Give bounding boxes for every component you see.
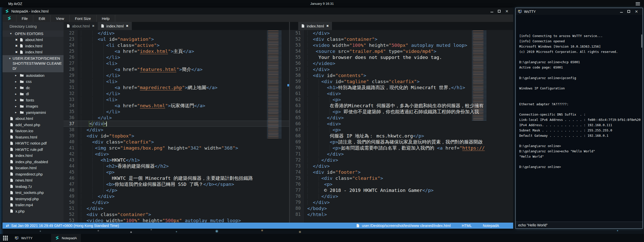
code-line[interactable]: 80</body> [290,205,513,211]
close-icon[interactable]: ✖ [126,24,128,28]
code-line[interactable]: 27 <li> [64,60,289,66]
code-line[interactable]: 40 <div class="clearfix"> [64,139,289,145]
close-icon[interactable]: ✖ [15,50,18,54]
taskbar-item-wstty[interactable]: WsTTY [11,234,37,242]
sidebar-file-HKWTC rule.pdf[interactable]: HKWTC rule.pdf [3,146,64,153]
notepada-titlebar[interactable]: NotepadA - index.html ✕ [3,8,513,15]
close-icon[interactable]: ✕ [505,10,509,13]
code-line[interactable]: 30 <li> [64,78,289,84]
sidebar-file-about.html[interactable]: about.html [3,116,64,122]
sidebar-file-location.html[interactable]: location.html [3,165,64,171]
code-line[interactable]: 41 <img src="images/box.png" height="342… [64,145,289,151]
code-line[interactable]: 50 </div> [64,199,289,205]
taskbar-item-notepada[interactable]: NotepadA [51,234,81,242]
minimize-icon[interactable] [620,10,623,13]
code-line[interactable]: 81</html> [290,211,513,217]
code-line[interactable]: 51 </div> [64,205,289,211]
sidebar-root-folder[interactable]: ▾ USER:/DESKTOP/SCREENSHOT/TEST/WWW CLEA… [3,55,64,72]
system-menu-label[interactable]: My ArOZ [0,2,22,6]
sidebar-file-favicon.ico[interactable]: favicon.ico [3,128,64,134]
menu-view[interactable]: View [51,15,69,22]
open-editor-item[interactable]: ✖index.html [3,49,64,55]
code-line[interactable]: 25 <a href="index.html">主頁</a> [64,48,289,54]
close-icon[interactable]: ✖ [92,24,95,28]
code-line[interactable]: 68 伺服器 IP 地址為： mcs.hkwtc.org</p> [290,133,513,139]
sidebar-folder-fonts[interactable]: ▸fonts [3,97,64,103]
code-line[interactable]: 48 </p> [64,187,289,193]
wstty-titlebar[interactable]: WsTTY ✕ [516,8,642,15]
start-menu-icon[interactable] [3,235,8,241]
code-line[interactable]: 67 <p> [290,127,513,133]
code-line[interactable]: 75 <div class="clearfix"> [290,175,513,181]
hamburger-menu-icon[interactable] [636,2,640,5]
status-language-mode[interactable]: HTML [462,224,472,228]
close-icon[interactable]: ✖ [326,24,329,28]
menu-file[interactable]: File [16,15,33,22]
code-line[interactable]: 44 <h2>香港的建築伺服器</h2> [64,163,289,169]
sidebar-file-HKWTC notice.pdf[interactable]: HKWTC notice.pdf [3,140,64,147]
close-icon[interactable]: ✕ [635,10,638,13]
terminal-output[interactable]: [info] Conencting to arozos WsTTY servic… [516,15,642,222]
code-editor-left[interactable]: 22 </div>23 <ul id="navigation">24 <li c… [64,30,289,223]
open-editor-item[interactable]: ✖index.html [3,43,64,49]
sidebar-folder-dc[interactable]: ▸dc [3,85,64,91]
open-editor-item[interactable]: ✖about.html [3,37,64,43]
code-line[interactable]: 34 <a href="news.html">玩家傳送門</a> [64,102,289,109]
code-line[interactable]: 73 </div> [290,163,513,169]
menu-help[interactable]: Help [97,15,115,22]
code-line[interactable]: 32 </li> [64,90,289,96]
sidebar-file-test_sockets.php[interactable]: test_sockets.php [3,190,64,196]
code-line[interactable]: 47 <b>你知道我們全線伺服器已轉用 SSD 了嗎？</b></span> [64,181,289,187]
code-line[interactable]: 33 <li> [64,96,289,102]
terminal-input[interactable] [516,223,642,227]
close-icon[interactable]: ✖ [15,38,18,42]
sidebar-file-features.html[interactable]: features.html [3,134,64,140]
code-line[interactable]: 72 </div> [290,157,513,163]
sidebar-folder-css[interactable]: ▸css [3,79,64,85]
sidebar-file-add_vhost.php[interactable]: add_vhost.php [3,122,64,128]
code-line[interactable]: 39 <div id="topbox"> [64,133,289,139]
code-line[interactable]: 53 <video width="100%" height="500px" au… [64,217,289,223]
sidebar-file-index.html[interactable]: index.html [3,153,64,159]
code-line[interactable]: 70 <p>如有問題或需要申請白名單，歡迎加入我們的 <a href="http… [290,145,513,151]
code-line[interactable]: 37 </div> [64,121,289,127]
code-line[interactable]: 78 </div> [290,193,513,199]
code-line[interactable]: 28 <a href="features.html">簡介</a> [64,66,289,72]
code-line[interactable]: 24 <li class="active"> [64,42,289,48]
code-line[interactable]: 74 <div id="footer"> [290,169,513,175]
code-line[interactable]: 23 <ul id="navigation"> [64,36,289,42]
editor-tab-index.html[interactable]: index.html✖ [98,22,132,30]
code-line[interactable]: 77 © 2018 - 2019 HKWTC Animation Gamer</… [290,187,513,193]
sidebar-folder-yamiyamimi[interactable]: ▸yamiyamimi [3,109,64,116]
sidebar-folder-autostation[interactable]: ▸autostation [3,72,64,79]
menu-font-size[interactable]: Font Size [70,15,96,22]
sidebar-file-mapredirect.php[interactable]: mapredirect.php [3,171,64,177]
close-icon[interactable]: ✖ [15,44,18,48]
maximize-icon[interactable] [627,10,630,13]
code-line[interactable]: 26 </li> [64,54,289,60]
code-line[interactable]: 36 </ul> [64,115,289,121]
maximize-icon[interactable] [498,10,501,13]
editor-tab-index.html[interactable]: index.html✖ [298,22,332,30]
sidebar-folder-dl[interactable]: ▸dl [3,91,64,97]
sidebar-file-trailer.mp4[interactable]: trailer.mp4 [3,202,64,208]
code-line[interactable]: 31 <a href="mapredirect.php">網上地圖</a> [64,84,289,90]
code-line[interactable]: 52 <div class="container"> [64,211,289,217]
code-line[interactable]: 69 <p>請注意，我們的伺服器為確保玩家及遊玩時的質素，我們對的服器開啟 [290,139,513,145]
code-line[interactable]: 29 </li> [64,72,289,78]
code-line[interactable]: 76 <p> [290,181,513,187]
sidebar-file-index.php_disabled[interactable]: index.php_disabled [3,159,64,165]
menu-edit[interactable]: Edit [33,15,50,22]
terminal-scrollbar[interactable] [641,34,642,48]
code-line[interactable]: 66 <div> [290,121,513,127]
sidebar-file-testmysql.php[interactable]: testmysql.php [3,196,64,202]
sidebar-file-news.html[interactable]: news.html [3,177,64,184]
minimap-left[interactable] [266,30,284,139]
code-line[interactable]: 79 </div> [290,199,513,205]
minimize-icon[interactable] [490,10,493,12]
code-line[interactable]: 49 </div> [64,193,289,199]
open-editors-section[interactable]: ▾ OPEN EDITORS [3,30,64,37]
sidebar-file-teabag.7z[interactable]: teabag.7z [3,183,64,190]
code-line[interactable]: 42 <div> [64,151,289,157]
code-line[interactable]: 46 HKWTC 是一個 Minecraft 的建築伺服器，主要建築計劃包括鐵路 [64,175,289,181]
